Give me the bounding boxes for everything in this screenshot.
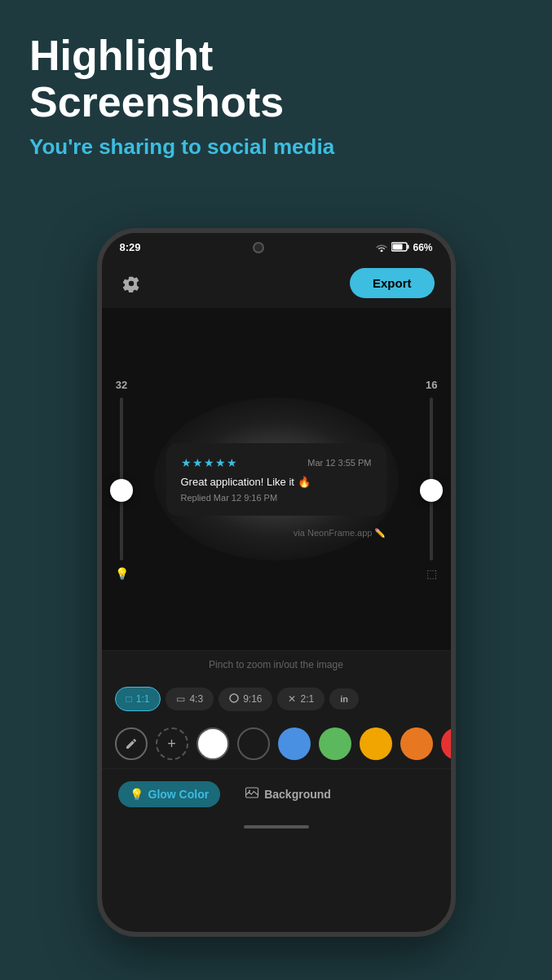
svg-point-5 [249,790,250,792]
ratio-4-3-icon: ▭ [176,693,185,705]
color-palette: + [102,719,451,768]
phone-mockup: 8:29 66% [97,228,456,937]
status-icons: 66% [375,242,432,253]
via-text: via NeonFrame.app ✏️ [294,528,386,538]
canvas-area: 32 💡 16 ⬚ ★★★★★ Mar [102,308,451,650]
ratio-2-1-icon: ✕ [288,693,296,705]
review-text: Great application! Like it 🔥 [181,476,372,488]
main-title: Highlight Screenshots [29,33,523,125]
color-white[interactable] [197,727,229,760]
ratio-1-1[interactable]: □ 1:1 [115,687,161,711]
status-bar: 8:29 66% [102,233,451,261]
linkedin-icon: in [340,694,348,704]
pen-tool-button[interactable] [115,727,148,760]
subtitle: You're sharing to social media [29,134,523,161]
tab-glow-label: Glow Color [148,788,210,801]
ratio-9-16-label: 9:16 [243,693,262,705]
color-orange[interactable] [400,727,433,760]
color-blue[interactable] [278,727,311,760]
glow-icon: 💡 [130,788,144,801]
right-slider-thumb[interactable] [420,479,443,502]
color-yellow[interactable] [360,727,392,760]
ratio-1-1-icon: □ [126,693,132,705]
svg-rect-2 [393,244,403,249]
battery-icon [391,242,409,253]
glow-card-wrapper: ★★★★★ Mar 12 3:55 PM Great application! … [166,443,386,516]
ratio-2-1-label: 2:1 [300,693,314,705]
ratio-9-16[interactable]: 9:16 [219,688,272,711]
wifi-icon [375,242,388,253]
home-bar [244,825,309,828]
left-slider-track[interactable] [120,398,123,560]
ratio-4-3-label: 4:3 [189,693,203,705]
tab-background[interactable]: Background [233,779,342,809]
right-slider-track[interactable] [430,398,433,560]
settings-icon[interactable] [118,270,144,297]
selection-icon: ⬚ [426,567,437,580]
color-black[interactable] [237,727,270,760]
tab-background-label: Background [264,788,331,801]
background-icon [245,785,259,802]
ratio-2-1[interactable]: ✕ 2:1 [277,688,325,710]
left-slider-thumb[interactable] [110,479,133,502]
ratio-4-3[interactable]: ▭ 4:3 [166,688,214,710]
star-rating: ★★★★★ [181,456,238,469]
color-green[interactable] [319,727,351,760]
header-section: Highlight Screenshots You're sharing to … [0,0,552,178]
brightness-icon: 💡 [115,567,129,580]
color-red[interactable] [441,727,456,760]
app-toolbar: Export [102,261,451,308]
title-line1: Highlight [29,32,213,79]
add-color-button[interactable]: + [156,727,188,760]
camera-dot [253,242,264,253]
svg-point-3 [230,694,238,702]
pinch-hint-text: Pinch to zoom in/out the image [209,659,343,670]
battery-percent: 66% [413,242,432,253]
title-line2: Screenshots [29,78,284,125]
ratio-9-16-icon [229,693,239,705]
status-time: 8:29 [120,241,141,253]
review-card: ★★★★★ Mar 12 3:55 PM Great application! … [166,443,386,516]
right-slider[interactable]: 16 ⬚ [426,308,437,650]
export-button[interactable]: Export [350,268,435,298]
left-slider-value: 32 [116,379,127,391]
ratio-linkedin[interactable]: in [329,688,359,710]
right-slider-value: 16 [426,379,437,391]
pinch-hint: Pinch to zoom in/out the image [102,650,451,679]
tab-glow-color[interactable]: 💡 Glow Color [118,781,221,807]
phone-frame: 8:29 66% [97,228,456,937]
ratio-1-1-label: 1:1 [136,693,150,705]
svg-rect-1 [408,244,409,248]
home-indicator [102,819,451,835]
review-reply: Replied Mar 12 9:16 PM [181,493,372,503]
review-header: ★★★★★ Mar 12 3:55 PM [181,456,372,469]
review-date: Mar 12 3:55 PM [307,458,371,468]
bottom-tabs: 💡 Glow Color Background [102,768,451,819]
ratio-bar: □ 1:1 ▭ 4:3 9:16 ✕ 2:1 in [102,679,451,719]
left-slider[interactable]: 32 💡 [115,308,129,650]
